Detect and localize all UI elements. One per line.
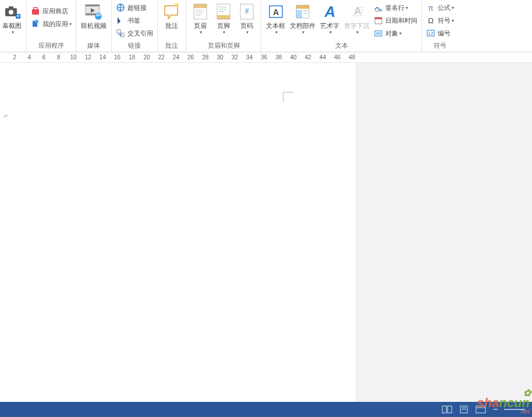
svg-rect-22 [194, 4, 207, 8]
chevron-down-icon: ▾ [12, 30, 14, 35]
media-group-label: 媒体 [87, 40, 100, 52]
chevron-down-icon: ▾ [399, 31, 402, 36]
header-button[interactable]: 页眉 ▾ [189, 1, 212, 36]
web-view-button[interactable] [476, 405, 486, 414]
ruler-tick-label: 6 [42, 54, 46, 60]
ruler-tick-label: 20 [143, 54, 150, 60]
document-page[interactable]: ↵ [0, 63, 356, 402]
equation-button[interactable]: π 公式 ▾ [424, 1, 456, 14]
datetime-button[interactable]: 日期和时间 [372, 14, 419, 27]
svg-rect-56 [448, 406, 452, 413]
svg-marker-17 [120, 34, 122, 36]
crossref-button[interactable]: 交叉引用 [114, 27, 155, 40]
bookmark-label: 书签 [127, 16, 140, 25]
svg-rect-36 [296, 5, 309, 9]
text-group-label: 文本 [335, 40, 348, 52]
footer-button[interactable]: 页脚 ▾ [212, 1, 235, 36]
ruler-tick-label: 22 [158, 54, 165, 60]
ruler-tick-label: 16 [114, 54, 120, 60]
wordart-button[interactable]: A 艺术字 ▾ [318, 1, 342, 36]
datetime-label: 日期和时间 [385, 16, 417, 25]
online-video-label: 联机视频 [81, 22, 107, 30]
comment-button[interactable]: 批注 [160, 1, 183, 31]
footer-label: 页脚 [217, 22, 230, 30]
chevron-down-icon: ▾ [69, 22, 72, 27]
number-label: 编号 [438, 29, 451, 38]
chevron-down-icon: ▾ [356, 30, 359, 35]
svg-marker-14 [118, 17, 120, 24]
online-video-button[interactable]: 联机视频 [79, 1, 109, 31]
page-corner-marker [283, 92, 293, 102]
app-store-button[interactable]: 应用商店 [29, 5, 73, 17]
page-background [356, 63, 532, 402]
comment-label: 批注 [165, 22, 178, 30]
status-bar: − [0, 402, 532, 417]
print-view-button[interactable] [459, 405, 469, 414]
my-apps-button[interactable]: 我的应用 ▾ [29, 17, 73, 30]
textbox-button[interactable]: A 文本框 ▾ [264, 1, 288, 36]
ruler-bar: 2468101214161820222426283032343638404244… [0, 52, 532, 63]
textbox-label: 文本框 [266, 22, 285, 30]
footer-icon [214, 2, 233, 21]
svg-rect-37 [296, 10, 302, 18]
bookmark-button[interactable]: 书签 [114, 14, 155, 27]
signature-button[interactable]: 签名行 ▾ [372, 1, 419, 14]
svg-rect-27 [217, 15, 230, 19]
svg-point-1 [9, 10, 13, 15]
horizontal-ruler[interactable]: 2468101214161820222426283032343638404244… [0, 52, 532, 62]
ruler-tick-label: 4 [28, 54, 31, 60]
svg-point-20 [175, 3, 178, 5]
docparts-button[interactable]: 文档部件 ▾ [288, 1, 318, 36]
chevron-down-icon: ▾ [452, 18, 454, 23]
docparts-label: 文档部件 [290, 22, 315, 30]
symbol-button[interactable]: Ω 符号 ▾ [424, 14, 456, 27]
svg-text:A: A [324, 3, 335, 20]
hyperlink-icon [116, 3, 125, 12]
chevron-down-icon: ▾ [223, 30, 225, 35]
ribbon: + 幕截图 ▾ 应用商店 我的应用 ▾ 应用程序 [0, 0, 532, 52]
screenshot-label: 幕截图 [2, 22, 22, 30]
ruler-tick-label: 34 [246, 54, 253, 60]
zoom-out-button[interactable]: − [493, 404, 498, 415]
paragraph-mark-icon: ↵ [3, 112, 9, 120]
hyperlink-button[interactable]: 超链接 [114, 1, 155, 14]
ruler-tick-label: 36 [261, 54, 267, 60]
headerfooter-group-label: 页眉和页脚 [208, 40, 240, 52]
crossref-icon [116, 28, 125, 38]
equation-icon: π [426, 3, 435, 12]
links-group-label: 链接 [128, 40, 141, 52]
ruler-tick-label: 2 [13, 54, 16, 60]
svg-rect-2 [9, 6, 13, 9]
wordart-label: 艺术字 [320, 22, 339, 30]
svg-text:12: 12 [428, 31, 434, 36]
chevron-down-icon: ▾ [246, 30, 249, 35]
docparts-icon [293, 2, 312, 21]
svg-rect-48 [375, 17, 382, 19]
textbox-icon: A [267, 2, 285, 21]
svg-text:Ω: Ω [428, 16, 434, 25]
dropcap-icon: A [347, 2, 366, 21]
pagenum-button[interactable]: # 页码 ▾ [235, 1, 258, 36]
zoom-slider[interactable] [504, 409, 525, 410]
ruler-tick-label: 44 [320, 54, 326, 60]
dropcap-button[interactable]: A 首字下沉 ▾ [342, 1, 372, 36]
ruler-tick-label: 26 [187, 54, 194, 60]
object-button[interactable]: 对象 ▾ [372, 27, 419, 40]
ruler-tick-label: 14 [100, 54, 106, 60]
chevron-down-icon: ▾ [200, 30, 202, 35]
equation-label: 公式 [438, 3, 451, 12]
svg-rect-18 [165, 6, 178, 15]
screenshot-button[interactable]: + 幕截图 ▾ [0, 1, 24, 36]
store-icon [31, 6, 40, 16]
camera-icon: + [3, 2, 22, 21]
svg-rect-6 [34, 8, 37, 10]
chevron-down-icon: ▾ [329, 30, 332, 35]
ruler-tick-label: 10 [70, 54, 76, 60]
svg-text:#: # [245, 7, 249, 15]
read-view-button[interactable] [442, 405, 452, 414]
number-button[interactable]: 12 编号 [424, 27, 456, 40]
svg-text:A: A [354, 5, 361, 17]
comment-icon [162, 2, 181, 21]
signature-icon [374, 3, 383, 12]
ruler-tick-label: 38 [275, 54, 282, 60]
